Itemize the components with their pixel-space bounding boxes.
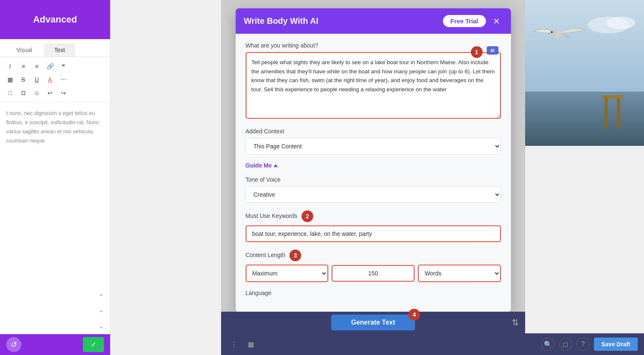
svg-rect-4 xyxy=(604,96,608,129)
save-draft-button[interactable]: Save Draft xyxy=(594,338,638,351)
underline-btn[interactable]: U xyxy=(31,74,43,85)
step1-badge: 1 xyxy=(471,46,483,58)
sidebar-header: Advanced xyxy=(0,0,110,39)
tone-section: Tone of Voice Creative Formal Casual Pro… xyxy=(246,176,501,203)
step4-badge: 4 xyxy=(408,309,420,320)
step2-badge: 2 xyxy=(302,210,313,222)
modal-header: Write Body With AI Free Trial ✕ xyxy=(236,8,511,34)
omega-btn[interactable]: Ω xyxy=(18,87,29,99)
lake-image-svg xyxy=(525,0,644,146)
sidebar-title: Advanced xyxy=(33,14,77,25)
svg-point-2 xyxy=(606,17,636,29)
undo-btn[interactable]: ↩ xyxy=(44,87,56,99)
svg-point-9 xyxy=(551,31,553,33)
what-textarea[interactable]: Tell people what sights they are likely … xyxy=(246,52,501,119)
bottom-bar-right: 🔍 ◻ ? Save Draft xyxy=(541,338,638,351)
text-color-btn[interactable]: A xyxy=(44,74,56,85)
special-char-btn[interactable]: □ xyxy=(4,87,16,99)
refresh-btn[interactable]: ↺ xyxy=(6,337,21,352)
grid-icon[interactable]: ▦ xyxy=(244,338,257,351)
bottom-bar-left: ⋮ ▦ xyxy=(227,338,257,351)
free-trial-badge[interactable]: Free Trial xyxy=(443,15,486,27)
language-section: Language xyxy=(246,290,501,296)
keywords-label: Must Use Keywords 2 xyxy=(246,210,501,222)
keywords-input[interactable] xyxy=(246,225,501,242)
content-length-type-select[interactable]: Maximum Minimum Exactly xyxy=(246,265,329,282)
help-icon[interactable]: ? xyxy=(576,338,590,351)
sidebar-tabs: Visual Text xyxy=(0,39,110,57)
sidebar-body-text: t nunc, nec dignissim s eget tellus eu f… xyxy=(6,109,104,145)
what-label: What are you writing about? xyxy=(246,42,501,49)
language-label: Language xyxy=(246,290,501,296)
step3-badge: 3 xyxy=(289,250,301,261)
svg-point-8 xyxy=(550,30,556,35)
arrows-icon[interactable]: ⇅ xyxy=(512,318,519,328)
tab-visual[interactable]: Visual xyxy=(6,43,42,57)
generate-text-button[interactable]: Generate Text 4 xyxy=(331,315,415,330)
hero-image xyxy=(525,0,644,146)
guide-me-arrow-icon xyxy=(274,164,278,167)
sidebar-bottom-bar: ↺ ✓ xyxy=(0,334,110,355)
guide-me-section: Guide Me xyxy=(246,162,501,169)
svg-rect-5 xyxy=(617,98,620,129)
emoji-btn[interactable]: ☺ xyxy=(31,87,43,99)
content-length-number-input[interactable] xyxy=(332,265,415,282)
search-icon[interactable]: 🔍 xyxy=(541,338,555,351)
keywords-section: Must Use Keywords 2 xyxy=(246,210,501,242)
ai-modal: Write Body With AI Free Trial ✕ What are… xyxy=(236,8,511,312)
toolbar: I ≡ ≡ 🔗 ❝ ▦ S U A ⋯ □ Ω ☺ ↩ ↪ xyxy=(0,57,110,102)
more-btn[interactable]: ⋯ xyxy=(58,74,69,85)
quote-btn[interactable]: ❝ xyxy=(58,60,69,72)
guide-me-link[interactable]: Guide Me xyxy=(246,162,501,169)
link-btn[interactable]: 🔗 xyxy=(44,60,56,72)
layers-icon[interactable]: ◻ xyxy=(559,338,572,351)
modal-close-button[interactable]: ✕ xyxy=(491,15,503,27)
main-content: Write Body With AI Free Trial ✕ What are… xyxy=(111,0,644,355)
modal-body: What are you writing about? 1 AI Tell pe… xyxy=(236,34,511,312)
sidebar-content: t nunc, nec dignissim s eget tellus eu f… xyxy=(0,102,110,285)
sidebar-chevron-3[interactable]: ⌄ xyxy=(0,318,110,334)
ordered-list-btn[interactable]: ≡ xyxy=(31,60,43,72)
content-length-section: Content Length 3 Maximum Minimum Exactly… xyxy=(246,250,501,282)
what-textarea-wrapper: 1 AI Tell people what sights they are li… xyxy=(246,52,501,120)
textarea-badges: 1 AI xyxy=(468,46,498,58)
modal-title: Write Body With AI xyxy=(244,16,319,26)
table-btn[interactable]: ▦ xyxy=(4,74,16,85)
svg-rect-6 xyxy=(602,95,623,99)
content-length-row: Maximum Minimum Exactly Words Characters… xyxy=(246,265,501,282)
svg-rect-3 xyxy=(525,92,644,146)
what-section: What are you writing about? 1 AI Tell pe… xyxy=(246,42,501,120)
sidebar-chevron-2[interactable]: ⌄ xyxy=(0,302,110,318)
tone-label: Tone of Voice xyxy=(246,176,501,183)
ai-badge: AI xyxy=(487,46,498,55)
strikethrough-btn[interactable]: S xyxy=(18,74,29,85)
confirm-btn[interactable]: ✓ xyxy=(83,337,104,352)
modal-header-right: Free Trial ✕ xyxy=(443,15,503,27)
dots-icon[interactable]: ⋮ xyxy=(227,338,241,351)
modal-overlay: Write Body With AI Free Trial ✕ What are… xyxy=(221,0,525,333)
content-length-label: Content Length 3 xyxy=(246,250,501,261)
generate-btn-bar: Generate Text 4 ⇅ xyxy=(221,312,525,333)
context-label: Added Context xyxy=(246,128,501,135)
context-select[interactable]: This Page Content No Context Custom Cont… xyxy=(246,138,501,155)
bullet-list-btn[interactable]: ≡ xyxy=(18,60,29,72)
content-length-unit-select[interactable]: Words Characters Sentences xyxy=(418,265,501,282)
context-section: Added Context This Page Content No Conte… xyxy=(246,128,501,155)
tone-select[interactable]: Creative Formal Casual Professional Witt… xyxy=(246,186,501,203)
sidebar-chevron-1[interactable]: ⌄ xyxy=(0,285,110,302)
bottom-bar: ⋮ ▦ 🔍 ◻ ? Save Draft xyxy=(221,333,644,355)
tab-text[interactable]: Text xyxy=(44,43,75,57)
italic-btn[interactable]: I xyxy=(4,60,16,72)
left-sidebar: Advanced Visual Text I ≡ ≡ 🔗 ❝ ▦ S U A ⋯… xyxy=(0,0,111,355)
redo-btn[interactable]: ↪ xyxy=(58,87,69,99)
